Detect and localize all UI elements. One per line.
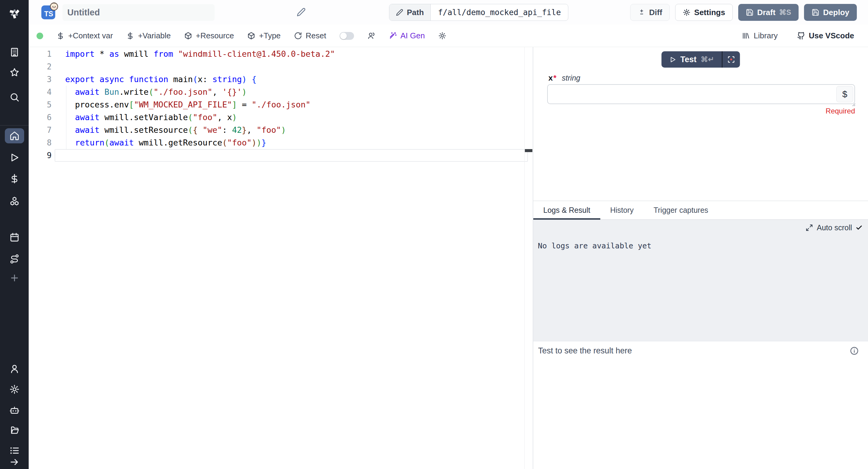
overview-ruler[interactable] bbox=[524, 47, 533, 469]
argument-label-row: x * string bbox=[548, 73, 580, 83]
ai-gen-label: AI Gen bbox=[401, 31, 425, 40]
expand-icon bbox=[806, 224, 813, 231]
reset-button[interactable]: Reset bbox=[294, 31, 326, 40]
robot-icon bbox=[9, 405, 20, 415]
add-context-var-button[interactable]: +Context var bbox=[56, 31, 113, 40]
auto-scroll-toggle[interactable]: Auto scroll bbox=[806, 223, 863, 232]
code-line[interactable]: 1import * as wmill from "windmill-client… bbox=[29, 48, 533, 60]
pencil-icon bbox=[396, 9, 403, 16]
sidebar-item-user[interactable] bbox=[5, 362, 24, 376]
boxes-icon bbox=[9, 196, 20, 207]
language-badge: TS bbox=[41, 5, 55, 19]
editor-toolbar: +Context var +Variable +Resource +Type R… bbox=[29, 25, 868, 47]
logs-empty-message: No logs are available yet bbox=[538, 242, 651, 250]
code-editor[interactable]: 1import * as wmill from "windmill-client… bbox=[29, 47, 533, 469]
result-panel: Test to see the result here bbox=[533, 341, 868, 469]
sidebar-item-resources[interactable] bbox=[5, 194, 24, 209]
code-lines: 1import * as wmill from "windmill-client… bbox=[29, 48, 533, 162]
rotate-icon bbox=[294, 32, 302, 40]
save-icon bbox=[812, 8, 819, 16]
info-icon[interactable] bbox=[849, 346, 859, 355]
sidebar-item-runs[interactable] bbox=[5, 150, 24, 165]
sidebar-item-favorites[interactable] bbox=[5, 65, 24, 80]
plus-icon bbox=[9, 273, 20, 283]
diff-button[interactable]: Diff bbox=[630, 4, 670, 21]
deploy-button[interactable]: Deploy bbox=[804, 4, 857, 21]
code-line[interactable]: 8 return(await wmill.getResource("foo"))… bbox=[29, 136, 533, 149]
sidebar-item-add[interactable] bbox=[5, 271, 24, 285]
edit-title-button[interactable] bbox=[297, 7, 306, 18]
result-tabs: Logs & Result History Trigger captures bbox=[533, 201, 868, 220]
code-line[interactable]: 7 await wmill.setResource({ "we": 42}, "… bbox=[29, 124, 533, 136]
add-context-var-label: +Context var bbox=[68, 31, 113, 40]
dollar-icon bbox=[56, 32, 65, 40]
home-icon bbox=[9, 131, 20, 141]
sidebar-divider bbox=[0, 125, 29, 126]
script-title-value: Untitled bbox=[67, 7, 100, 18]
code-line[interactable]: 6 await wmill.setVariable("foo", x) bbox=[29, 111, 533, 124]
sidebar-item-home[interactable] bbox=[5, 128, 24, 143]
play-icon bbox=[669, 56, 676, 63]
sidebar-item-workers[interactable] bbox=[5, 403, 24, 417]
package-icon bbox=[184, 32, 192, 40]
sidebar-item-search[interactable] bbox=[5, 90, 24, 104]
deploy-label: Deploy bbox=[823, 8, 849, 17]
result-placeholder: Test to see the result here bbox=[538, 346, 632, 355]
draft-button[interactable]: Draft ⌘S bbox=[738, 4, 799, 21]
path-value[interactable]: f/all/demo_mocked_api_file bbox=[431, 4, 568, 21]
sidebar-expand-button[interactable] bbox=[5, 456, 24, 468]
script-title-input[interactable]: Untitled bbox=[62, 4, 215, 21]
test-shortcut: ⌘↵ bbox=[701, 55, 714, 64]
resize-handle-icon[interactable] bbox=[851, 102, 856, 106]
draft-shortcut: ⌘S bbox=[779, 8, 791, 17]
dollar-icon bbox=[9, 174, 20, 184]
add-resource-button[interactable]: +Resource bbox=[184, 31, 234, 40]
library-button[interactable]: Library bbox=[742, 31, 777, 40]
tab-history[interactable]: History bbox=[600, 201, 644, 219]
code-line[interactable]: 9 bbox=[29, 149, 533, 162]
sidebar-item-folders[interactable] bbox=[5, 423, 24, 438]
add-type-button[interactable]: +Type bbox=[247, 31, 281, 40]
sidebar-item-workspace[interactable] bbox=[5, 45, 24, 59]
add-resource-label: +Resource bbox=[196, 31, 234, 40]
github-icon bbox=[797, 32, 805, 40]
arg-x-input[interactable]: $ bbox=[547, 84, 855, 104]
gear-icon bbox=[683, 8, 690, 16]
windmill-script-editor: TS Untitled P bbox=[0, 0, 868, 469]
code-line[interactable]: 5 process.env["WM_MOCKED_API_FILE"] = ".… bbox=[29, 98, 533, 111]
ai-gen-button[interactable]: AI Gen bbox=[389, 31, 425, 40]
code-line[interactable]: 3export async function main(x: string) { bbox=[29, 73, 533, 86]
multiplayer-button[interactable] bbox=[367, 32, 375, 40]
add-variable-button[interactable]: +Variable bbox=[126, 31, 171, 40]
tab-trigger-captures[interactable]: Trigger captures bbox=[644, 201, 718, 219]
test-button[interactable]: Test ⌘↵ bbox=[661, 51, 722, 68]
insert-variable-button[interactable]: $ bbox=[836, 86, 853, 102]
windmill-logo-icon bbox=[6, 5, 23, 22]
diff-mode-toggle[interactable] bbox=[340, 32, 354, 40]
sidebar bbox=[0, 0, 29, 469]
draft-label: Draft bbox=[757, 8, 776, 17]
settings-button[interactable]: Settings bbox=[675, 4, 733, 21]
use-vscode-button[interactable]: Use VScode bbox=[797, 31, 854, 40]
path-label: Path bbox=[407, 8, 424, 17]
search-icon bbox=[9, 92, 20, 102]
bun-runtime-icon bbox=[49, 1, 59, 11]
right-panel: Test ⌘↵ x * string $ bbox=[533, 47, 868, 469]
star-icon bbox=[9, 67, 20, 77]
sidebar-item-variables[interactable] bbox=[5, 171, 24, 186]
capture-run-button[interactable] bbox=[722, 51, 740, 68]
test-label: Test bbox=[680, 55, 696, 64]
path-pill[interactable]: Path f/all/demo_mocked_api_file bbox=[389, 4, 568, 21]
route-icon bbox=[9, 254, 20, 264]
sidebar-item-audit-logs[interactable] bbox=[5, 445, 24, 456]
tab-logs-result[interactable]: Logs & Result bbox=[533, 201, 600, 219]
path-label-segment[interactable]: Path bbox=[389, 4, 431, 21]
code-line[interactable]: 4 await Bun.write("./foo.json", '{}') bbox=[29, 86, 533, 98]
sidebar-item-settings[interactable] bbox=[5, 382, 24, 397]
sidebar-item-routes[interactable] bbox=[5, 252, 24, 266]
calendar-icon bbox=[9, 232, 20, 242]
editor-settings-button[interactable] bbox=[438, 32, 446, 40]
gear-icon bbox=[9, 384, 20, 395]
sidebar-item-schedules[interactable] bbox=[5, 230, 24, 245]
code-line[interactable]: 2 bbox=[29, 60, 533, 73]
